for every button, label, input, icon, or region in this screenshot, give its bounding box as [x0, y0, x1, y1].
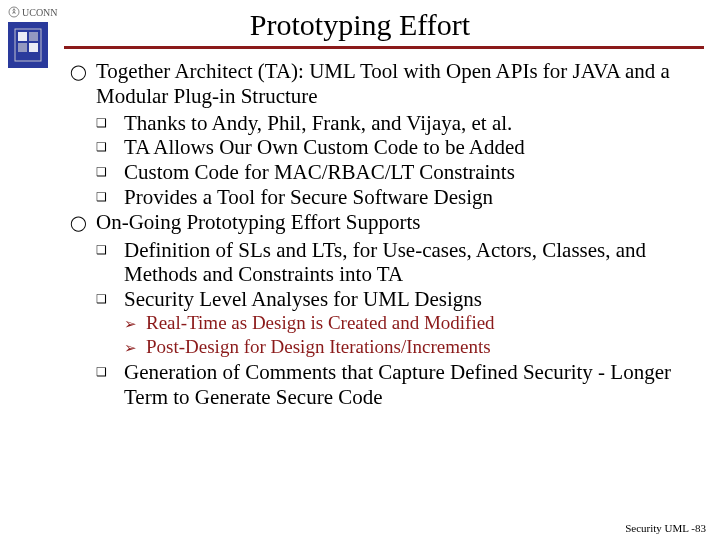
bullet-l2: ❑ Definition of SLs and LTs, for Use-cas… — [96, 238, 702, 288]
bullet-l3: ➢ Real-Time as Design is Created and Mod… — [124, 312, 702, 336]
bullet-text: Security Level Analyses for UML Designs — [124, 287, 702, 312]
bullet-text: Thanks to Andy, Phil, Frank, and Vijaya,… — [124, 111, 702, 136]
square-bullet-icon: ❑ — [96, 360, 124, 410]
bullet-l1: ◯ On-Going Prototyping Effort Supports — [70, 210, 702, 236]
title-rule — [64, 46, 704, 49]
bullet-l1: ◯ Together Architect (TA): UML Tool with… — [70, 59, 702, 109]
bullet-l2: ❑ Generation of Comments that Capture De… — [96, 360, 702, 410]
bullet-text: Post-Design for Design Iterations/Increm… — [146, 336, 702, 360]
slide-footer: Security UML -83 — [625, 522, 706, 534]
bullet-text: Generation of Comments that Capture Defi… — [124, 360, 702, 410]
bullet-l2: ❑ Provides a Tool for Secure Software De… — [96, 185, 702, 210]
square-bullet-icon: ❑ — [96, 111, 124, 136]
square-bullet-icon: ❑ — [96, 135, 124, 160]
bullet-text: Definition of SLs and LTs, for Use-cases… — [124, 238, 702, 288]
svg-rect-3 — [29, 32, 38, 41]
svg-rect-2 — [18, 32, 27, 41]
uconn-wordmark: UCONN — [8, 6, 60, 18]
oakleaf-icon — [8, 6, 20, 18]
circle-bullet-icon: ◯ — [70, 59, 96, 109]
bullet-l2: ❑ TA Allows Our Own Custom Code to be Ad… — [96, 135, 702, 160]
svg-rect-4 — [18, 43, 27, 52]
bullet-l2: ❑ Security Level Analyses for UML Design… — [96, 287, 702, 312]
bullet-text: Custom Code for MAC/RBAC/LT Constraints — [124, 160, 702, 185]
circle-bullet-icon: ◯ — [70, 210, 96, 236]
square-bullet-icon: ❑ — [96, 238, 124, 288]
arrow-bullet-icon: ➢ — [124, 336, 146, 360]
uconn-text: UCONN — [22, 7, 58, 18]
square-bullet-icon: ❑ — [96, 287, 124, 312]
bullet-text: Real-Time as Design is Created and Modif… — [146, 312, 702, 336]
bullet-l3: ➢ Post-Design for Design Iterations/Incr… — [124, 336, 702, 360]
square-bullet-icon: ❑ — [96, 185, 124, 210]
bullet-l2: ❑ Thanks to Andy, Phil, Frank, and Vijay… — [96, 111, 702, 136]
svg-rect-5 — [29, 43, 38, 52]
bullet-text: TA Allows Our Own Custom Code to be Adde… — [124, 135, 702, 160]
bullet-text: Together Architect (TA): UML Tool with O… — [96, 59, 702, 109]
shield-icon — [8, 22, 48, 68]
logo-area: UCONN — [8, 6, 60, 68]
slide-body: ◯ Together Architect (TA): UML Tool with… — [0, 59, 720, 409]
bullet-text: On-Going Prototyping Effort Supports — [96, 210, 702, 236]
bullet-text: Provides a Tool for Secure Software Desi… — [124, 185, 702, 210]
slide-title: Prototyping Effort — [0, 0, 720, 42]
bullet-l2: ❑ Custom Code for MAC/RBAC/LT Constraint… — [96, 160, 702, 185]
square-bullet-icon: ❑ — [96, 160, 124, 185]
arrow-bullet-icon: ➢ — [124, 312, 146, 336]
